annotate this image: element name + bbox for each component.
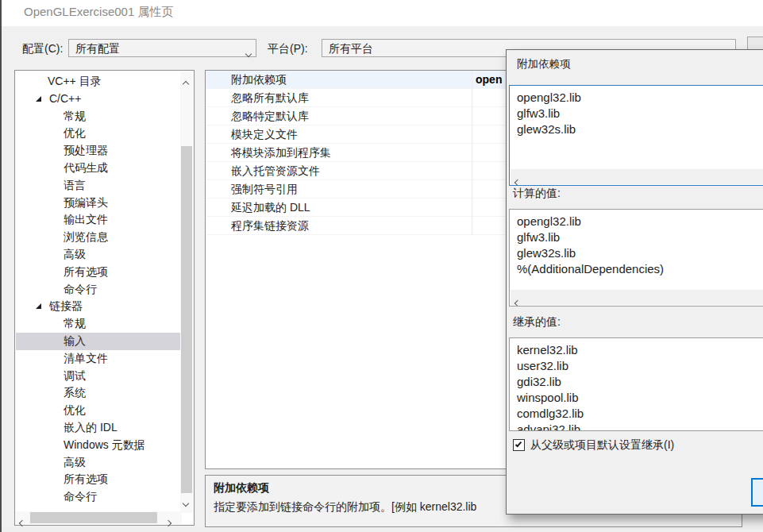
scroll-left-icon[interactable] bbox=[515, 295, 520, 306]
tree-item-code-generation[interactable]: 代码生成 bbox=[16, 160, 180, 177]
tree-item-linker-all-options[interactable]: 所有选项 bbox=[16, 471, 180, 488]
tree-item-preprocessor[interactable]: 预处理器 bbox=[16, 142, 180, 160]
scrollbar-thumb[interactable] bbox=[30, 512, 157, 523]
evaluated-value-box[interactable]: opengl32.lib glfw3.lib glew32s.lib %(Add… bbox=[509, 209, 763, 306]
evaluated-horizontal-scrollbar[interactable] bbox=[511, 290, 763, 305]
edit-horizontal-scrollbar[interactable] bbox=[511, 169, 763, 184]
tree-item-linker-optimization[interactable]: 优化 bbox=[16, 402, 180, 419]
evaluated-value-label: 计算的值: bbox=[513, 187, 561, 201]
tree-item-linker[interactable]: 链接器 bbox=[16, 298, 180, 315]
tree-item-ccpp-general[interactable]: 常规 bbox=[16, 108, 180, 125]
settings-tree: VC++ 目录 C/C++ 常规 优化 预处理器 代码生成 语言 预编译头 输出… bbox=[16, 73, 180, 506]
property-pages-window: OpenGLExercise001 属性页 配置(C): 所有配置 平台(P):… bbox=[0, 0, 763, 532]
scrollbar-thumb[interactable] bbox=[181, 146, 192, 493]
tree-item-linker-input[interactable]: 输入 bbox=[16, 333, 180, 350]
tree-item-manifest-file[interactable]: 清单文件 bbox=[16, 350, 180, 368]
tree-item-system[interactable]: 系统 bbox=[16, 384, 180, 402]
inherit-checkbox-label: 从父级或项目默认设置继承(I) bbox=[530, 438, 674, 453]
scroll-down-icon[interactable] bbox=[183, 495, 188, 509]
tree-horizontal-scrollbar[interactable] bbox=[16, 511, 182, 524]
tree-item-windows-metadata[interactable]: Windows 元数据 bbox=[16, 437, 180, 454]
dependencies-text: opengl32.lib glfw3.lib glew32s.lib bbox=[517, 90, 581, 137]
settings-tree-panel: VC++ 目录 C/C++ 常规 优化 预处理器 代码生成 语言 预编译头 输出… bbox=[14, 70, 195, 526]
window-left-border bbox=[0, 0, 2, 532]
tree-item-browse-info[interactable]: 浏览信息 bbox=[16, 229, 180, 246]
tree-item-ccpp-advanced[interactable]: 高级 bbox=[16, 246, 180, 264]
scroll-left-icon[interactable] bbox=[515, 174, 520, 186]
tree-item-linker-general[interactable]: 常规 bbox=[16, 315, 180, 333]
page-title: OpenGLExercise001 属性页 bbox=[24, 5, 173, 20]
tree-item-ccpp-all-options[interactable]: 所有选项 bbox=[16, 264, 180, 281]
inherited-values-box[interactable]: kernel32.lib user32.lib gdi32.lib winspo… bbox=[509, 337, 763, 431]
configuration-value: 所有配置 bbox=[75, 42, 120, 56]
inherited-values-label: 继承的值: bbox=[513, 315, 561, 330]
configuration-label: 配置(C): bbox=[22, 42, 63, 56]
configuration-manager-button-partial[interactable] bbox=[747, 37, 763, 49]
tree-item-ccpp-optimization[interactable]: 优化 bbox=[16, 125, 180, 142]
additional-dependencies-dialog: 附加依赖项 opengl32.lib glfw3.lib glew32s.lib… bbox=[506, 49, 763, 515]
inherit-from-parent-checkbox[interactable] bbox=[513, 439, 525, 451]
dialog-title: 附加依赖项 bbox=[517, 57, 571, 71]
tree-expand-icon[interactable] bbox=[36, 96, 41, 102]
tree-item-output-files[interactable]: 输出文件 bbox=[16, 211, 180, 229]
configuration-dropdown[interactable]: 所有配置 bbox=[68, 39, 256, 57]
tree-expand-icon[interactable] bbox=[36, 303, 41, 309]
platform-label: 平台(P): bbox=[268, 42, 308, 56]
evaluated-value-text: opengl32.lib glfw3.lib glew32s.lib %(Add… bbox=[517, 214, 664, 277]
tree-item-precompiled-headers[interactable]: 预编译头 bbox=[16, 195, 180, 212]
ok-button-partial[interactable] bbox=[751, 478, 763, 507]
chevron-down-icon bbox=[246, 45, 251, 60]
scroll-up-icon[interactable] bbox=[183, 75, 188, 90]
tree-item-c-cpp[interactable]: C/C++ bbox=[16, 91, 180, 108]
additional-dependencies-input[interactable]: opengl32.lib glfw3.lib glew32s.lib bbox=[509, 85, 763, 186]
tree-item-debugging[interactable]: 调试 bbox=[16, 368, 180, 385]
checkmark-icon bbox=[515, 441, 522, 448]
inherited-values-text: kernel32.lib user32.lib gdi32.lib winspo… bbox=[517, 342, 584, 431]
platform-value: 所有平台 bbox=[329, 42, 373, 56]
tree-item-vcpp-directories[interactable]: VC++ 目录 bbox=[16, 73, 180, 91]
tree-item-embedded-idl[interactable]: 嵌入的 IDL bbox=[16, 419, 180, 437]
tree-vertical-scrollbar[interactable] bbox=[180, 71, 193, 513]
window-titlebar: OpenGLExercise001 属性页 bbox=[2, 0, 763, 26]
tree-item-linker-advanced[interactable]: 高级 bbox=[16, 454, 180, 472]
tree-item-language[interactable]: 语言 bbox=[16, 177, 180, 195]
window-bottom-strip bbox=[2, 527, 763, 532]
tree-item-ccpp-command-line[interactable]: 命令行 bbox=[16, 281, 180, 299]
tree-item-linker-command-line[interactable]: 命令行 bbox=[16, 488, 180, 506]
